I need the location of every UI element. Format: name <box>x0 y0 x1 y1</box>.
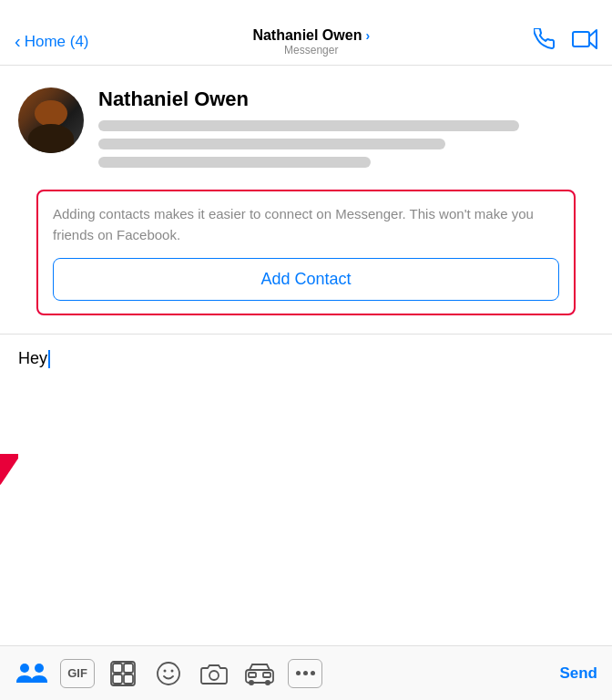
svg-point-4 <box>35 664 44 673</box>
blurred-info-3 <box>98 157 371 168</box>
more-button[interactable] <box>288 659 322 688</box>
back-button[interactable]: ‹ Home (4) <box>15 31 89 52</box>
svg-rect-6 <box>113 664 122 673</box>
add-contact-box: Adding contacts makes it easier to conne… <box>36 190 576 315</box>
message-text: Hey <box>18 349 594 368</box>
add-contact-wrapper: Adding contacts makes it easier to conne… <box>18 190 594 315</box>
back-label: Home (4) <box>25 33 89 51</box>
add-contact-description: Adding contacts makes it easier to conne… <box>53 204 559 245</box>
svg-point-12 <box>171 669 174 672</box>
svg-point-10 <box>158 663 179 685</box>
svg-point-3 <box>20 664 29 673</box>
nav-title[interactable]: Nathaniel Owen › <box>252 27 370 44</box>
profile-info: Nathaniel Owen <box>98 88 594 175</box>
svg-rect-8 <box>113 674 122 684</box>
svg-point-15 <box>249 680 254 685</box>
svg-point-16 <box>265 680 270 685</box>
nav-bar: ‹ Home (4) Nathaniel Owen › Messenger <box>0 18 612 66</box>
back-chevron-icon: ‹ <box>15 31 21 52</box>
message-content: Hey <box>18 349 47 368</box>
blurred-info-2 <box>98 139 445 149</box>
bottom-toolbar: GIF <box>0 645 612 700</box>
photo-icon[interactable] <box>106 656 140 691</box>
smiley-icon[interactable] <box>151 656 186 691</box>
avatar <box>18 88 84 153</box>
message-area[interactable]: Hey <box>0 335 612 383</box>
avatar-image <box>18 88 84 153</box>
video-icon[interactable] <box>572 29 597 55</box>
phone-icon[interactable] <box>534 28 556 56</box>
svg-rect-5 <box>111 662 135 685</box>
svg-point-11 <box>164 669 167 672</box>
profile-row: Nathaniel Owen <box>18 88 594 175</box>
svg-point-13 <box>209 671 219 680</box>
gif-button[interactable]: GIF <box>60 659 95 688</box>
car-icon[interactable] <box>242 656 277 691</box>
svg-rect-7 <box>124 664 133 673</box>
blurred-info-1 <box>98 120 519 131</box>
svg-rect-9 <box>124 674 133 684</box>
profile-name: Nathaniel Owen <box>98 88 594 111</box>
text-cursor <box>48 350 50 368</box>
send-button[interactable]: Send <box>559 664 597 683</box>
add-contact-button[interactable]: Add Contact <box>53 258 559 301</box>
nav-subtitle: Messenger <box>284 44 338 57</box>
nav-actions <box>534 28 597 56</box>
nav-center: Nathaniel Owen › Messenger <box>252 27 370 57</box>
svg-rect-17 <box>249 673 256 677</box>
profile-section: Nathaniel Owen <box>0 66 612 190</box>
gif-label: GIF <box>67 666 87 680</box>
svg-rect-18 <box>263 673 270 677</box>
camera-icon[interactable] <box>197 656 231 691</box>
svg-rect-0 <box>573 32 589 46</box>
people-icon[interactable] <box>15 656 49 691</box>
three-dots-icon <box>296 671 315 675</box>
svg-marker-1 <box>589 30 597 48</box>
status-bar <box>0 0 612 18</box>
